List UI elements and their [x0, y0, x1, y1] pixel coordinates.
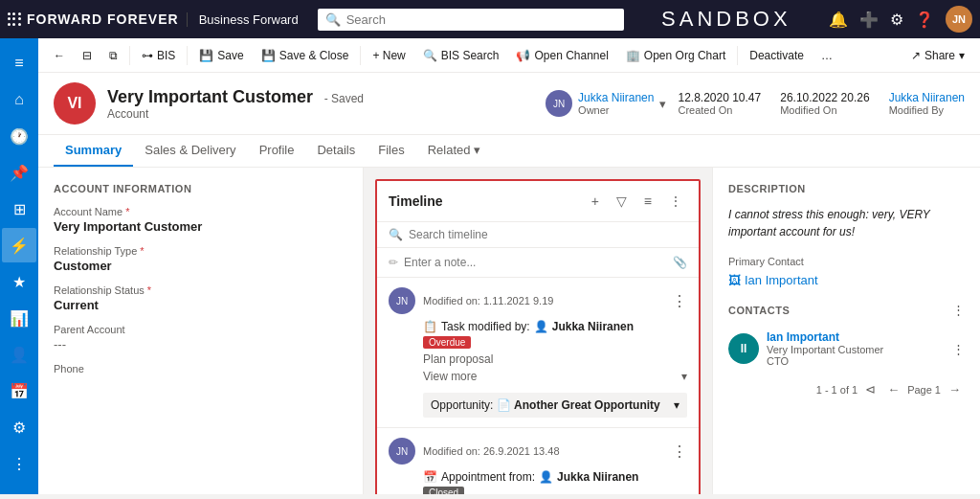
help-icon[interactable]: ❓ [915, 11, 934, 29]
sidebar-item-favorites[interactable]: ★ [2, 264, 36, 299]
bis-search-button[interactable]: 🔍 BIS Search [415, 45, 507, 66]
sidebar-item-menu[interactable]: ≡ [2, 46, 36, 80]
task-icon: 📋 [423, 320, 437, 333]
timeline-header: Timeline + ▽ ≡ ⋮ [377, 181, 699, 222]
sidebar-item-dashboard[interactable]: 📊 [2, 301, 36, 335]
record-meta: 12.8.2020 10.47 Created On 26.10.2022 20… [678, 91, 965, 116]
timeline-note-input[interactable] [404, 256, 667, 269]
new-button[interactable]: + New [365, 45, 412, 66]
owner-avatar: JN [546, 90, 572, 117]
org-icon: 🏢 [626, 49, 640, 62]
global-search-input[interactable] [346, 12, 616, 27]
page-next-button[interactable]: → [945, 380, 965, 398]
sidebar-item-recent[interactable]: 🕐 [2, 119, 36, 153]
opportunity-row[interactable]: Opportunity: 📄 Another Great Opportunity… [423, 393, 687, 418]
timeline-filter-button[interactable]: ▽ [612, 191, 632, 212]
view-more-1[interactable]: View more ▾ [423, 366, 687, 387]
tab-related[interactable]: Related ▾ [416, 135, 492, 167]
bis-button[interactable]: ⊶ BIS [134, 45, 183, 66]
page-prev-button[interactable]: ← [883, 380, 903, 398]
page-icon-button[interactable]: ⊟ [75, 45, 100, 66]
timeline-sort-button[interactable]: ≡ [639, 191, 657, 212]
owner-label: Owner [578, 104, 654, 116]
contacts-more-button[interactable]: ⋮ [952, 303, 965, 317]
global-search-box[interactable]: 🔍 [318, 9, 624, 31]
note-edit-icon: ✏ [389, 256, 398, 269]
separator [737, 46, 738, 65]
parent-account-value: --- [54, 337, 347, 352]
primary-contact-name[interactable]: 🖼 Ian Important [728, 273, 965, 287]
timeline-add-button[interactable]: + [587, 191, 604, 212]
record-title: Very Important Customer [107, 87, 313, 106]
back-button[interactable]: ← [46, 45, 73, 66]
waffle-icon[interactable] [8, 12, 21, 26]
share-dropdown-icon: ▾ [959, 49, 965, 62]
plus-icon[interactable]: ➕ [859, 11, 879, 29]
modified-by-label: Modified By [889, 104, 965, 116]
nav-sidebar: ≡ ⌂ 🕐 📌 ⊞ ⚡ ★ 📊 👤 📅 ⚙ ⋮ [0, 38, 38, 494]
created-on-value: 12.8.2020 10.47 [678, 91, 761, 104]
created-on-label: Created On [678, 104, 761, 116]
right-panel: DESCRIPTION I cannot stress this enough:… [712, 168, 980, 494]
save-close-button[interactable]: 💾 Save & Close [254, 45, 357, 66]
separator [129, 46, 130, 65]
contact-title-1: CTO [767, 355, 945, 367]
back-icon: ← [54, 49, 65, 62]
pagination: 1 - 1 of 1 ⊲ ← Page 1 → [728, 380, 965, 398]
split-button[interactable]: ⧉ [101, 45, 125, 66]
timeline-item-menu-1[interactable]: ⋮ [672, 292, 687, 310]
open-channel-button[interactable]: 📢 Open Channel [508, 45, 615, 66]
open-org-button[interactable]: 🏢 Open Org Chart [618, 45, 733, 66]
save-close-icon: 💾 [261, 49, 276, 62]
page-first-button[interactable]: ⊲ [861, 380, 880, 398]
sidebar-item-calendar[interactable]: 📅 [2, 374, 36, 408]
timeline-item-body-1: 📋 Task modified by: 👤 Jukka Niiranen Ove… [423, 320, 687, 418]
sidebar-item-contacts[interactable]: 👤 [2, 337, 36, 372]
share-icon: ↗ [911, 49, 921, 62]
relationship-status-value: Current [54, 298, 347, 312]
sidebar-item-settings[interactable]: ⚙ [2, 410, 36, 444]
timeline-more-button[interactable]: ⋮ [664, 191, 687, 212]
tab-sales-delivery[interactable]: Sales & Delivery [133, 135, 247, 167]
record-saved-label: - Saved [324, 92, 364, 105]
separator [187, 46, 188, 65]
toolbar: ← ⊟ ⧉ ⊶ BIS 💾 Save 💾 Save & Close [38, 38, 980, 73]
sandbox-label: SANDBOX [661, 7, 791, 32]
contact-name-1[interactable]: Ian Important [767, 330, 945, 344]
save-button[interactable]: 💾 Save [191, 45, 251, 66]
full-content: ← ⊟ ⧉ ⊶ BIS 💾 Save 💾 Save & Close [38, 38, 980, 494]
phone-value: ​ [54, 376, 347, 391]
contact-row-menu-1[interactable]: ⋮ [952, 342, 965, 356]
more-button[interactable]: … [813, 45, 840, 66]
timeline-avatar-2: JN [389, 438, 415, 465]
bell-icon[interactable]: 🔔 [829, 11, 848, 29]
tab-summary[interactable]: Summary [54, 135, 133, 167]
modified-by-meta: Jukka Niiranen Modified By [889, 91, 965, 116]
timeline-item-menu-2[interactable]: ⋮ [672, 442, 687, 461]
tab-files[interactable]: Files [367, 135, 415, 167]
tab-profile[interactable]: Profile [248, 135, 306, 167]
sidebar-item-pinned[interactable]: 📌 [2, 155, 36, 190]
sidebar-item-active[interactable]: ⚡ [2, 228, 36, 262]
contact-avatar-1: II [728, 333, 759, 364]
share-button[interactable]: ↗ Share ▾ [903, 45, 972, 66]
timeline-search: 🔍 [377, 222, 699, 248]
page-icon: ⊟ [82, 49, 92, 62]
user-avatar[interactable]: JN [946, 6, 972, 33]
sidebar-item-home[interactable]: ⌂ [2, 82, 36, 117]
sidebar-item-more[interactable]: ⋮ [2, 446, 36, 481]
owner-dropdown-icon[interactable]: ▾ [659, 97, 666, 111]
contact-company-1: Very Important Customer [767, 344, 945, 355]
field-relationship-type: Relationship Type * Customer [54, 245, 347, 273]
owner-name[interactable]: Jukka Niiranen [578, 91, 654, 104]
deactivate-button[interactable]: Deactivate [742, 45, 812, 66]
tree-icon: ⊶ [142, 49, 153, 62]
attachment-icon[interactable]: 📎 [673, 256, 687, 269]
settings-icon[interactable]: ⚙ [890, 11, 903, 29]
modified-by-value[interactable]: Jukka Niiranen [889, 91, 965, 104]
timeline-title: Timeline [389, 193, 579, 209]
tab-details[interactable]: Details [305, 135, 367, 167]
sidebar-item-apps[interactable]: ⊞ [2, 192, 36, 226]
content-wrapper: ≡ ⌂ 🕐 📌 ⊞ ⚡ ★ 📊 👤 📅 ⚙ ⋮ ← ⊟ ⧉ ⊶ BIS [0, 38, 980, 494]
timeline-search-input[interactable] [409, 228, 687, 241]
